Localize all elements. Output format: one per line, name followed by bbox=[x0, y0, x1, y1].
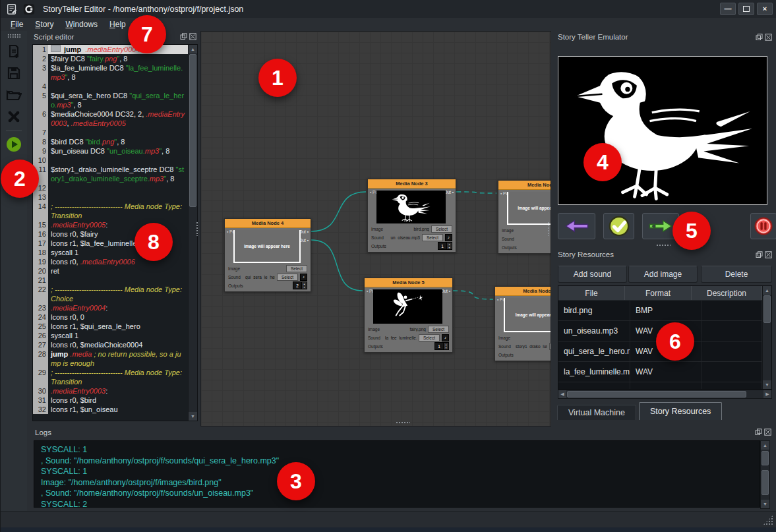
script-line-22[interactable]: 22; ---------------------------- Media n… bbox=[33, 285, 188, 303]
tab-story-resources[interactable]: Story Resources bbox=[639, 402, 722, 420]
node-title[interactable]: Media Node 3 bbox=[368, 179, 456, 189]
scroll-up-icon[interactable]: ▲ bbox=[763, 286, 771, 295]
ok-button[interactable] bbox=[603, 213, 634, 239]
new-script-button[interactable] bbox=[5, 43, 22, 60]
sound-play-icon[interactable]: ♪ bbox=[445, 234, 452, 241]
resize-grip[interactable] bbox=[763, 515, 773, 525]
script-line-14[interactable]: 14; ---------------------------- Media n… bbox=[33, 202, 188, 220]
table-row[interactable]: la_fee_luminelle.mp3WAV bbox=[558, 362, 762, 382]
script-line-11[interactable]: 11$story1_drako_luminelle_sceptre DC8 "s… bbox=[33, 165, 188, 183]
script-line-6[interactable]: 6$mediaChoice0004 DC32, 2, .mediaEntry00… bbox=[33, 109, 188, 128]
media-node-5[interactable]: Media Node 6▪ Port InPort Out ▪Image wil… bbox=[494, 286, 551, 361]
add-sound-button[interactable]: Add sound bbox=[558, 266, 627, 283]
script-line-20[interactable]: 20ret bbox=[33, 266, 188, 276]
script-line-5[interactable]: 5$qui_sera_le_hero DC8 "qui_sera_le_hero… bbox=[33, 91, 188, 109]
resources-table-header[interactable]: FileFormatDescription bbox=[558, 286, 762, 301]
script-line-7[interactable]: 7 bbox=[33, 128, 188, 137]
toolbar-grip[interactable] bbox=[7, 34, 20, 38]
close-dock-icon[interactable] bbox=[764, 429, 771, 436]
script-line-4[interactable]: 4 bbox=[33, 82, 188, 91]
media-node-1[interactable]: Media Node 4▪ Port InPort Out ▪Port Out … bbox=[224, 218, 311, 292]
media-node-4[interactable]: Media Node▪ Port InPort Out ▪Image will … bbox=[498, 180, 551, 254]
close-button[interactable]: × bbox=[757, 3, 773, 15]
minimize-button[interactable]: — bbox=[720, 3, 736, 15]
script-line-30[interactable]: 30.mediaEntry0003: bbox=[33, 386, 188, 396]
select-sound-button[interactable]: Select bbox=[419, 334, 440, 341]
node-canvas[interactable]: Media Node 4▪ Port InPort Out ▪Port Out … bbox=[200, 31, 551, 427]
close-dock-icon[interactable] bbox=[765, 251, 772, 258]
media-node-2[interactable]: Media Node 3▪ Port InPort Out ▪ Imagebir… bbox=[367, 179, 456, 252]
column-header-description[interactable]: Description bbox=[692, 286, 762, 300]
logs-scrollbar[interactable]: ▲ ▼ bbox=[760, 440, 770, 509]
node-title[interactable]: Media Node bbox=[498, 181, 551, 190]
menu-help[interactable]: Help bbox=[104, 18, 132, 30]
save-button[interactable] bbox=[5, 65, 22, 82]
select-sound-button[interactable]: Select bbox=[277, 274, 298, 281]
table-row[interactable]: bird.pngBMP bbox=[558, 301, 762, 321]
script-line-23[interactable]: 23.mediaEntry0004: bbox=[33, 303, 188, 312]
script-line-13[interactable]: 13 bbox=[33, 192, 188, 202]
splitter-handle[interactable] bbox=[196, 222, 199, 236]
select-image-button[interactable]: Select bbox=[428, 326, 449, 333]
sound-play-icon[interactable]: ♪ bbox=[300, 274, 307, 281]
float-dock-icon[interactable] bbox=[756, 251, 763, 258]
open-button[interactable] bbox=[5, 86, 22, 103]
script-line-26[interactable]: 26syscall 1 bbox=[33, 331, 188, 340]
scroll-up-icon[interactable]: ▲ bbox=[761, 441, 769, 450]
scroll-down-icon[interactable]: ▼ bbox=[761, 500, 769, 508]
menu-windows[interactable]: Windows bbox=[59, 18, 104, 30]
select-sound-button[interactable]: Select bbox=[549, 343, 551, 350]
pause-button[interactable] bbox=[750, 213, 776, 239]
sound-play-icon[interactable]: ♪ bbox=[442, 334, 449, 341]
media-node-3[interactable]: Media Node 5▪ Port InPort Out ▪ Imagefai… bbox=[364, 278, 453, 353]
scroll-down-icon[interactable]: ▼ bbox=[763, 380, 771, 389]
script-line-25[interactable]: 25lcons r1, $qui_sera_le_hero bbox=[33, 322, 188, 331]
select-image-button[interactable]: Select bbox=[431, 225, 452, 233]
tab-virtual-machine[interactable]: Virtual Machine bbox=[557, 405, 636, 420]
select-image-button[interactable]: Select bbox=[286, 265, 307, 272]
script-line-12[interactable]: 12 bbox=[33, 183, 188, 192]
table-scrollbar[interactable]: ▲ ▼ bbox=[762, 286, 771, 389]
select-sound-button[interactable]: Select bbox=[422, 234, 443, 241]
script-line-3[interactable]: 3$la_fee_luminelle DC8 "la_fee_luminelle… bbox=[33, 63, 188, 82]
script-line-19[interactable]: 19lcons r0, .mediaEntry0006 bbox=[33, 257, 188, 266]
script-line-24[interactable]: 24lcons r0, 0 bbox=[33, 312, 188, 322]
close-dock-icon[interactable] bbox=[765, 34, 772, 41]
outputs-spinbox[interactable]: 1▴▾ bbox=[434, 342, 449, 350]
outputs-spinbox[interactable]: 1▴▾ bbox=[438, 242, 452, 250]
delete-button[interactable]: Delete bbox=[701, 266, 772, 283]
script-line-31[interactable]: 31lcons r0, $bird bbox=[33, 396, 188, 405]
script-line-9[interactable]: 9$un_oiseau DC8 "un_oiseau.mp3", 8 bbox=[33, 146, 188, 156]
script-line-8[interactable]: 8$bird DC8 "bird.png", 8 bbox=[33, 137, 188, 146]
float-dock-icon[interactable] bbox=[180, 33, 187, 40]
outputs-spinbox[interactable]: 2▴▾ bbox=[293, 281, 307, 289]
float-dock-icon[interactable] bbox=[756, 34, 763, 41]
close-dock-icon[interactable] bbox=[189, 33, 196, 40]
column-header-format[interactable]: Format bbox=[625, 286, 692, 300]
table-row[interactable]: fairy.pngBMP bbox=[558, 382, 762, 389]
previous-button[interactable] bbox=[558, 213, 595, 239]
scroll-right-icon[interactable]: ▶ bbox=[763, 390, 771, 398]
column-header-file[interactable]: File bbox=[558, 286, 625, 300]
script-line-29[interactable]: 29; ---------------------------- Media n… bbox=[33, 368, 188, 386]
select-sound-button[interactable]: Select bbox=[551, 235, 551, 243]
node-title[interactable]: Media Node 5 bbox=[365, 278, 452, 287]
menu-story[interactable]: Story bbox=[29, 18, 59, 30]
node-title[interactable]: Media Node 6 bbox=[495, 287, 551, 296]
menu-file[interactable]: File bbox=[5, 18, 29, 30]
script-line-32[interactable]: 32lcons r1, $un_oiseau bbox=[33, 405, 188, 414]
script-line-2[interactable]: 2$fairy DC8 "fairy.png", 8 bbox=[33, 54, 188, 63]
maximize-button[interactable] bbox=[738, 3, 754, 15]
script-line-27[interactable]: 27lcons r0, $mediaChoice0004 bbox=[33, 340, 188, 349]
float-dock-icon[interactable] bbox=[755, 429, 762, 436]
script-editor[interactable]: 1jump .mediaEntry00042$fairy DC8 "fairy.… bbox=[32, 44, 198, 421]
splitter-handle[interactable] bbox=[547, 222, 551, 236]
scroll-left-icon[interactable]: ◀ bbox=[558, 390, 566, 398]
table-hscrollbar[interactable]: ◀ ▶ bbox=[558, 390, 772, 399]
script-line-1[interactable]: 1jump .mediaEntry0004 bbox=[33, 45, 188, 54]
scroll-down-icon[interactable]: ▼ bbox=[189, 412, 197, 421]
splitter-handle[interactable] bbox=[396, 421, 410, 425]
run-button[interactable] bbox=[5, 136, 22, 153]
scroll-up-icon[interactable]: ▲ bbox=[189, 45, 197, 53]
script-line-21[interactable]: 21 bbox=[33, 276, 188, 285]
